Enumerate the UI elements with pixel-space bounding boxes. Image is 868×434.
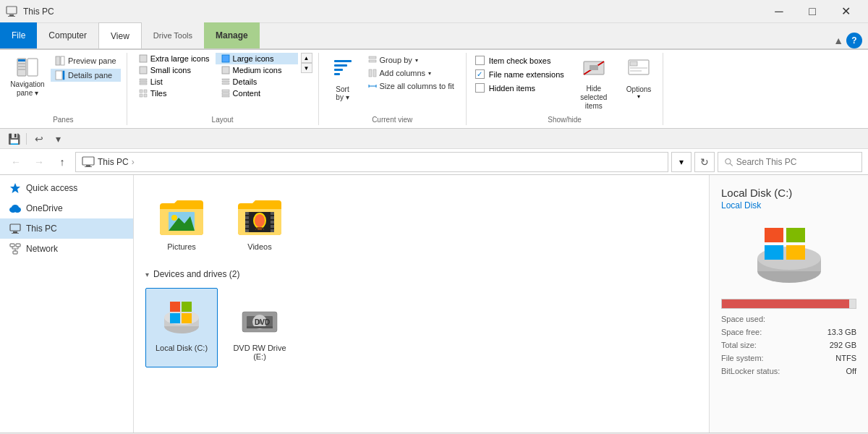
path-this-pc[interactable]: This PC: [98, 157, 129, 167]
large-icons-btn[interactable]: Large icons: [216, 53, 298, 64]
hide-selected-button[interactable]: Hide selecteditems: [569, 53, 619, 114]
dvd-rw-drive-item[interactable]: DVD DVD RW Drive(E:): [224, 288, 296, 367]
file-area: Pictures: [134, 175, 709, 433]
group-by-chevron: ▾: [415, 57, 418, 64]
sidebar-item-onedrive[interactable]: OneDrive: [0, 198, 133, 218]
pictures-folder[interactable]: Pictures: [145, 187, 218, 258]
svg-rect-26: [144, 94, 147, 97]
svg-rect-75: [245, 225, 249, 228]
main-area: Quick access OneDrive This: [0, 175, 868, 433]
options-chevron: ▾: [637, 93, 640, 100]
small-icons-btn[interactable]: Small icons: [133, 64, 216, 76]
tab-file[interactable]: File: [0, 22, 37, 48]
tab-drive-tools[interactable]: Drive Tools: [142, 22, 204, 48]
svg-rect-35: [369, 60, 376, 62]
navigation-pane-button[interactable]: Navigationpane ▾: [6, 53, 49, 101]
svg-rect-11: [56, 71, 62, 80]
refresh-button[interactable]: ↻: [694, 152, 715, 172]
layout-options-grid: Extra large icons Large icons Small icon…: [133, 53, 298, 99]
item-checkboxes-checkbox[interactable]: [475, 56, 485, 65]
tab-manage[interactable]: Manage: [204, 22, 260, 48]
tab-computer[interactable]: Computer: [37, 22, 98, 48]
preview-pane-button[interactable]: Preview pane: [51, 54, 121, 67]
devices-section-header[interactable]: ▾ Devices and drives (2): [145, 263, 697, 282]
local-disk-c-item[interactable]: Local Disk (C:): [145, 288, 218, 367]
svg-rect-92: [170, 313, 180, 323]
details-pane-button[interactable]: Details pane: [51, 69, 121, 82]
quick-access-label: Quick access: [26, 183, 77, 193]
quick-access-bar: 💾 ↩ ▾: [0, 129, 868, 149]
hidden-items-label: Hidden items: [489, 84, 535, 93]
network-icon: [9, 242, 22, 255]
tiles-btn[interactable]: Tiles: [133, 88, 216, 99]
file-extensions-checkbox[interactable]: [475, 69, 485, 79]
medium-icons-btn[interactable]: Medium icons: [216, 64, 298, 76]
devices-chevron-icon: ▾: [145, 271, 149, 278]
ribbon-right-controls: ▲ ?: [833, 33, 868, 48]
search-icon: [724, 157, 733, 167]
extra-large-icons-btn[interactable]: Extra large icons: [133, 53, 216, 64]
up-button[interactable]: ↑: [52, 152, 72, 172]
address-path[interactable]: This PC ›: [75, 152, 668, 172]
sidebar-item-quick-access[interactable]: Quick access: [0, 178, 133, 198]
content-btn[interactable]: Content: [216, 88, 298, 99]
svg-rect-8: [18, 69, 25, 70]
size-all-columns-button[interactable]: Size all columns to fit: [362, 80, 460, 92]
devices-section-label: Devices and drives (2): [153, 269, 239, 279]
svg-rect-29: [222, 95, 229, 97]
svg-point-70: [171, 215, 177, 221]
svg-rect-17: [140, 79, 147, 80]
back-button[interactable]: ←: [6, 152, 26, 172]
svg-rect-74: [245, 221, 249, 224]
svg-rect-37: [373, 69, 376, 77]
details-subtitle[interactable]: Local Disk: [721, 200, 856, 210]
sort-by-button[interactable]: Sortby ▾: [325, 53, 361, 104]
add-columns-button[interactable]: Add columns ▾: [362, 67, 460, 79]
address-bar-dropdown[interactable]: ▾: [671, 152, 692, 172]
layout-scroll-down[interactable]: ▼: [301, 63, 312, 73]
details-title: Local Disk (C:): [721, 187, 856, 199]
ribbon-group-current-view: Sortby ▾ Group by ▾ Add columns ▾ Size a…: [319, 53, 467, 125]
this-pc-path-icon: [82, 156, 95, 169]
ribbon-collapse-button[interactable]: ▲: [833, 35, 843, 46]
svg-rect-47: [630, 70, 642, 72]
search-box[interactable]: [718, 152, 862, 172]
list-btn[interactable]: List: [133, 76, 216, 88]
details-btn[interactable]: Details: [216, 76, 298, 88]
size-columns-label: Size all columns to fit: [380, 82, 454, 90]
forward-button[interactable]: →: [29, 152, 49, 172]
ribbon-tab-bar: File Computer View Drive Tools Manage ▲ …: [0, 23, 868, 49]
search-input[interactable]: [736, 157, 856, 167]
close-button[interactable]: ✕: [829, 0, 862, 23]
group-by-button[interactable]: Group by ▾: [362, 54, 460, 66]
details-icon-area: [721, 222, 856, 287]
space-free-label: Space free:: [721, 328, 762, 336]
tab-view[interactable]: View: [98, 22, 142, 48]
maximize-button[interactable]: □: [796, 0, 829, 23]
details-label: Details: [233, 77, 258, 86]
minimize-button[interactable]: ─: [762, 0, 796, 23]
svg-rect-27: [222, 90, 229, 92]
svg-rect-32: [334, 69, 343, 71]
svg-rect-6: [18, 63, 25, 64]
options-button[interactable]: Options ▾: [621, 53, 657, 103]
add-columns-label: Add columns: [380, 69, 426, 77]
videos-folder[interactable]: Videos: [224, 187, 296, 258]
svg-rect-21: [222, 81, 229, 82]
sidebar: Quick access OneDrive This: [0, 175, 134, 433]
qa-save-button[interactable]: 💾: [6, 131, 22, 147]
sidebar-item-this-pc[interactable]: This PC: [0, 218, 133, 239]
ribbon-group-show-hide: Item check boxes File name extensions Hi…: [467, 53, 663, 125]
file-extensions-row: File name extensions: [472, 68, 567, 80]
svg-rect-4: [27, 59, 38, 76]
sidebar-item-network[interactable]: Network: [0, 239, 133, 259]
hidden-items-checkbox[interactable]: [475, 83, 485, 93]
qa-customize-button[interactable]: ▾: [50, 131, 66, 147]
help-button[interactable]: ?: [846, 33, 862, 48]
svg-rect-77: [271, 212, 274, 215]
svg-rect-9: [56, 56, 60, 65]
qa-undo-button[interactable]: ↩: [31, 131, 47, 147]
layout-scroll-up[interactable]: ▲: [301, 53, 312, 63]
svg-rect-90: [170, 302, 180, 312]
window-title: This PC: [23, 7, 54, 17]
